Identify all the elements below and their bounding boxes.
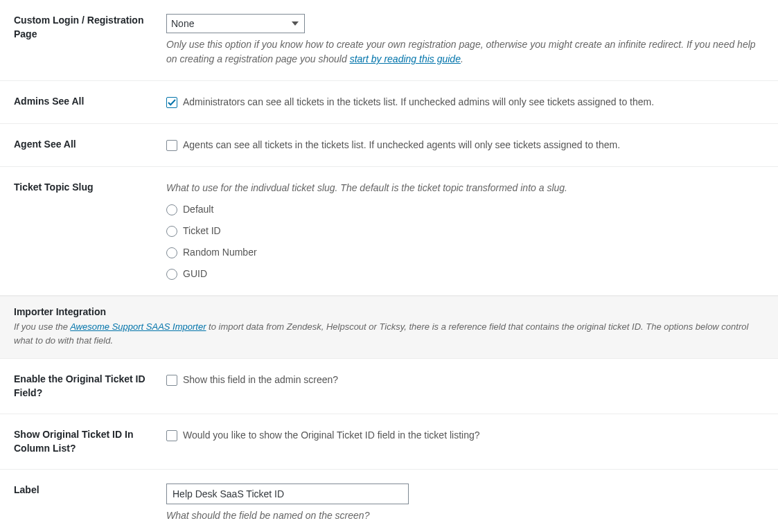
ticket-slug-radio-guid[interactable] (166, 269, 177, 280)
agent-see-all-checkbox[interactable] (166, 140, 177, 151)
ticket-slug-desc: What to use for the indivdual ticket slu… (166, 181, 757, 195)
ticket-slug-option-default: Default (183, 202, 213, 217)
label-field-desc: What should the field be named on the sc… (166, 508, 757, 523)
label-ticket-topic-slug: Ticket Topic Slug (0, 167, 166, 296)
row-show-original-in-col: Show Original Ticket ID In Column List? … (0, 414, 778, 470)
agent-see-all-text: Agents can see all tickets in the ticket… (183, 138, 620, 152)
ticket-slug-radio-default[interactable] (166, 204, 177, 215)
ticket-slug-option-ticket-id: Ticket ID (183, 224, 221, 238)
ticket-slug-radio-ticket-id[interactable] (166, 226, 177, 237)
row-enable-original-id: Enable the Original Ticket ID Field? Sho… (0, 359, 778, 414)
label-enable-original-id: Enable the Original Ticket ID Field? (0, 359, 166, 414)
custom-login-guide-link[interactable]: start by reading this guide (350, 53, 461, 64)
enable-original-id-text: Show this field in the admin screen? (183, 373, 338, 387)
section-title-importer: Importer Integration (14, 306, 764, 317)
settings-form-table: Custom Login / Registration Page None On… (0, 0, 778, 296)
show-original-in-col-text: Would you like to show the Original Tick… (183, 428, 480, 443)
row-label-field: Label What should the field be named on … (0, 470, 778, 532)
section-importer-integration: Importer Integration If you use the Awes… (0, 296, 778, 359)
show-original-in-col-checkbox[interactable] (166, 430, 177, 441)
settings-form-table-importer: Enable the Original Ticket ID Field? Sho… (0, 359, 778, 532)
check-icon (168, 98, 176, 107)
row-admins-see-all: Admins See All Administrators can see al… (0, 81, 778, 124)
ticket-slug-radio-random-number[interactable] (166, 247, 177, 258)
row-ticket-topic-slug: Ticket Topic Slug What to use for the in… (0, 167, 778, 296)
admins-see-all-text: Administrators can see all tickets in th… (183, 95, 654, 109)
ticket-slug-option-guid: GUID (183, 267, 207, 281)
label-label-field: Label (0, 470, 166, 532)
section-desc-importer: If you use the Awesome Support SAAS Impo… (14, 320, 764, 347)
importer-link[interactable]: Awesome Support SAAS Importer (70, 321, 206, 332)
admins-see-all-checkbox[interactable] (166, 97, 177, 108)
enable-original-id-checkbox[interactable] (166, 375, 177, 386)
label-show-original-in-col: Show Original Ticket ID In Column List? (0, 414, 166, 470)
custom-login-select[interactable]: None (166, 14, 305, 33)
label-admins-see-all: Admins See All (0, 81, 166, 124)
label-agent-see-all: Agent See All (0, 124, 166, 167)
label-field-input[interactable] (166, 484, 409, 504)
row-agent-see-all: Agent See All Agents can see all tickets… (0, 124, 778, 167)
label-custom-login: Custom Login / Registration Page (0, 0, 166, 81)
custom-login-desc: Only use this option if you know how to … (166, 37, 757, 66)
ticket-slug-option-random-number: Random Number (183, 245, 257, 260)
row-custom-login: Custom Login / Registration Page None On… (0, 0, 778, 81)
